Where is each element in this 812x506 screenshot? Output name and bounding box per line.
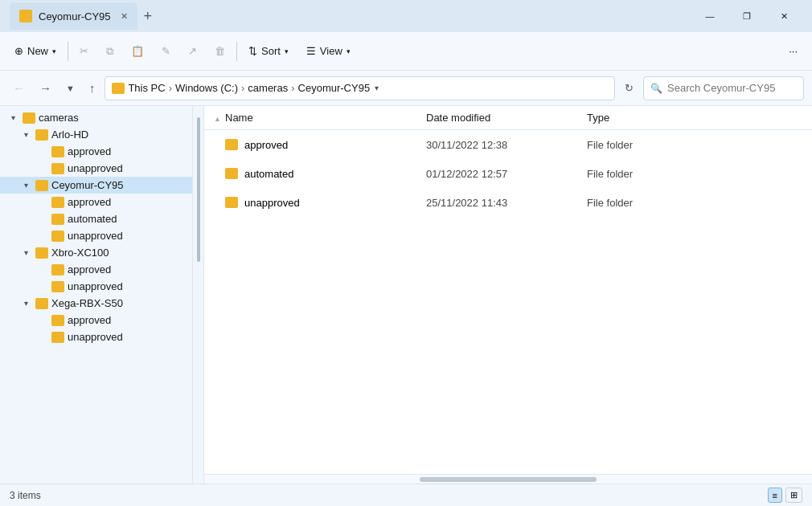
view-button[interactable]: ☰ View ▾ [298,37,359,66]
view-label: View [320,45,342,57]
column-type-header[interactable]: Type [587,108,802,127]
close-button[interactable]: ✕ [765,3,802,29]
status-bar: 3 items ≡ ⊞ [0,484,812,506]
expand-cameras[interactable]: ▾ [6,113,19,122]
details-view-button[interactable]: ≡ [768,488,782,503]
new-tab-button[interactable]: + [137,8,159,25]
breadcrumb-drive[interactable]: Windows (C:) [175,82,238,94]
column-date-label: Date modified [426,112,490,124]
cut-icon: ✂ [80,45,88,57]
refresh-button[interactable]: ↻ [620,79,638,97]
file-folder-icon-approved [225,139,238,150]
file-type-approved: File folder [587,139,802,151]
tab-title: Ceyomur-CY95 [39,10,111,22]
table-row[interactable]: automated 01/12/2022 12:57 File folder [204,159,812,188]
main-content: ▾ cameras ▾ Arlo-HD approved unapproved … [0,106,812,484]
breadcrumb-bar[interactable]: This PC › Windows (C:) › cameras › Ceyom… [105,76,615,100]
tab-bar: Ceyomur-CY95 ✕ + [10,2,158,30]
sidebar-item-xega-unapproved[interactable]: unapproved [0,328,192,345]
new-button[interactable]: ⊕ New ▾ [6,37,64,66]
minimize-button[interactable]: — [691,3,728,29]
breadcrumb-cameras[interactable]: cameras [248,82,288,94]
expand-xega[interactable]: ▾ [19,299,32,308]
file-type-unapproved: File folder [587,197,802,209]
search-input[interactable] [667,82,797,94]
thumbnails-view-button[interactable]: ⊞ [785,488,802,503]
sort-button[interactable]: ⇅ Sort ▾ [240,37,297,66]
column-name-header[interactable]: Name [225,108,426,127]
sidebar-item-cameras[interactable]: ▾ cameras [0,109,192,126]
folder-icon-xega [35,298,48,309]
back-button[interactable]: ← [8,78,30,98]
new-label: New [27,45,48,57]
cut-button[interactable]: ✂ [72,37,96,66]
file-type-automated: File folder [587,168,802,180]
table-row[interactable]: approved 30/11/2022 12:38 File folder [204,130,812,159]
sidebar-item-xbro-approved[interactable]: approved [0,261,192,278]
expand-arlo-hd[interactable]: ▾ [19,130,32,139]
expand-ceyomur[interactable]: ▾ [19,181,32,190]
sidebar-item-xega[interactable]: ▾ Xega-RBX-S50 [0,295,192,312]
folder-icon-xbro-unapproved [51,281,64,292]
folder-icon-cey-automated [51,214,64,225]
file-name-unapproved: unapproved [244,197,300,209]
folder-icon-xega-approved [51,315,64,326]
paste-button[interactable]: 📋 [123,37,152,66]
share-button[interactable]: ↗ [180,37,205,66]
folder-icon-cameras [23,112,35,124]
breadcrumb-current[interactable]: Ceyomur-CY95 [298,82,371,94]
file-date-automated: 01/12/2022 12:57 [426,168,587,180]
sidebar-item-xbro-unapproved[interactable]: unapproved [0,278,192,295]
breadcrumb-dropdown-button[interactable]: ▾ [373,84,380,92]
rename-icon: ✎ [162,45,170,57]
delete-icon: 🗑 [215,45,225,57]
sidebar-label-arlo-hd: Arlo-HD [51,129,88,141]
title-bar: Ceyomur-CY95 ✕ + — ❐ ✕ [0,0,812,32]
sidebar-item-cey-approved[interactable]: approved [0,194,192,210]
sidebar-item-arlo-unapproved[interactable]: unapproved [0,160,192,177]
breadcrumb-folder-icon [112,83,125,94]
folder-icon-arlo-hd [35,129,48,141]
sidebar-item-xega-approved[interactable]: approved [0,312,192,328]
table-row[interactable]: unapproved 25/11/2022 11:43 File folder [204,188,812,217]
more-button[interactable]: ··· [781,37,806,66]
tab-ceyomur[interactable]: Ceyomur-CY95 ✕ [10,2,137,30]
breadcrumb-sep-1: › [169,82,172,94]
delete-button[interactable]: 🗑 [207,37,233,66]
sort-label: Sort [261,45,281,57]
search-bar: 🔍 [643,76,804,100]
folder-icon-xbro-approved [51,264,64,275]
share-icon: ↗ [188,45,197,57]
new-dropdown-icon: ▾ [52,47,56,55]
sidebar-item-xbro[interactable]: ▾ Xbro-XC100 [0,244,192,261]
column-date-header[interactable]: Date modified [426,108,587,127]
sidebar-label-xega-unapproved: unapproved [68,331,123,343]
expand-xbro[interactable]: ▾ [19,248,32,257]
maximize-button[interactable]: ❐ [728,3,765,29]
file-list: ▲ Name Date modified Type approved 30/11… [204,106,812,484]
sidebar-item-cey-unapproved[interactable]: unapproved [0,227,192,244]
horizontal-scrollbar[interactable] [204,474,812,484]
paste-icon: 📋 [131,45,144,57]
sidebar-label-xbro: Xbro-XC100 [51,247,109,259]
title-bar-left: Ceyomur-CY95 ✕ + [10,2,158,30]
sidebar-label-arlo-approved: approved [68,145,111,157]
forward-button[interactable]: → [35,78,56,98]
copy-button[interactable]: ⧉ [98,37,121,66]
breadcrumb-thispc[interactable]: This PC [128,82,165,94]
tab-folder-icon [19,10,32,22]
hscroll-thumb [420,477,597,482]
sidebar-label-arlo-unapproved: unapproved [68,162,123,174]
sidebar-item-ceyomur[interactable]: ▾ Ceyomur-CY95 [0,177,192,194]
tab-close-button[interactable]: ✕ [121,11,128,22]
sidebar-scrollbar[interactable] [193,106,204,484]
folder-icon-cey-unapproved [51,231,64,242]
sidebar-item-arlo-hd[interactable]: ▾ Arlo-HD [0,126,192,143]
recent-locations-button[interactable]: ▼ [61,80,80,96]
sidebar-item-cey-automated[interactable]: automated [0,210,192,227]
rename-button[interactable]: ✎ [154,37,178,66]
sidebar-scrollbar-thumb [197,117,200,262]
sort-dropdown-icon: ▾ [285,47,289,55]
sidebar-item-arlo-approved[interactable]: approved [0,143,192,160]
up-button[interactable]: ↑ [84,78,100,98]
